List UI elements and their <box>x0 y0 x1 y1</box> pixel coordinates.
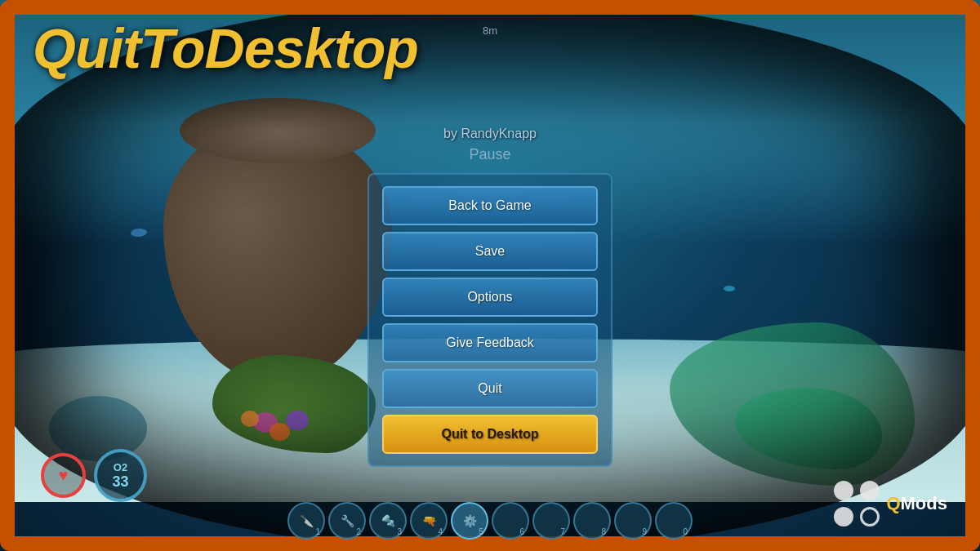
slot-number-7: 7 <box>560 527 565 536</box>
toolbar-slot-6[interactable]: 6 <box>492 502 529 540</box>
qmods-dot-2 <box>860 481 880 500</box>
health-area: ♥ O2 33 <box>41 449 147 502</box>
qmods-dot-1 <box>834 481 853 500</box>
toolbar-slot-0[interactable]: 0 <box>655 502 693 540</box>
fish-2 <box>724 286 735 291</box>
slot-number-5: 5 <box>479 527 483 536</box>
slot-number-8: 8 <box>601 527 606 536</box>
toolbar: 🔪1🔧2🔩3🔫4⚙️567890 <box>287 502 693 540</box>
toolbar-slot-8[interactable]: 8 <box>573 502 611 540</box>
slot-icon-4: 🔫 <box>422 514 436 527</box>
slot-number-3: 3 <box>397 527 402 536</box>
anemone-3 <box>286 411 309 430</box>
qmods-text: QMods <box>886 493 947 514</box>
pause-menu: by RandyKnapp Pause Back to GameSaveOpti… <box>368 127 612 467</box>
slot-icon-3: 🔩 <box>381 514 395 527</box>
o2-label: O2 <box>114 461 127 473</box>
pause-label: Pause <box>469 146 510 163</box>
author-label: by RandyKnapp <box>443 127 537 141</box>
game-title: QuitToDesktop <box>33 16 418 80</box>
slot-number-4: 4 <box>438 527 443 536</box>
slot-number-9: 9 <box>642 527 647 536</box>
quit-button[interactable]: Quit <box>382 369 598 408</box>
slot-number-6: 6 <box>519 527 524 536</box>
save-button[interactable]: Save <box>382 232 598 271</box>
o2-value: 33 <box>112 473 128 491</box>
toolbar-slot-1[interactable]: 🔪1 <box>287 502 325 540</box>
toolbar-slot-3[interactable]: 🔩3 <box>369 502 407 540</box>
toolbar-slot-9[interactable]: 9 <box>614 502 652 540</box>
slot-icon-5: ⚙️ <box>463 514 477 527</box>
qmods-mods-text: Mods <box>901 493 947 513</box>
slot-icon-2: 🔧 <box>341 514 354 527</box>
toolbar-slot-4[interactable]: 🔫4 <box>410 502 448 540</box>
options-button[interactable]: Options <box>382 278 598 317</box>
qmods-brand: QMods <box>834 481 947 527</box>
slot-number-2: 2 <box>356 527 361 536</box>
toolbar-slot-5[interactable]: ⚙️5 <box>451 502 488 540</box>
rock-top <box>180 98 376 163</box>
slot-number-0: 0 <box>683 527 688 536</box>
give-feedback-button[interactable]: Give Feedback <box>382 323 598 362</box>
back-to-game-button[interactable]: Back to Game <box>382 186 598 225</box>
qmods-dot-3 <box>834 507 853 527</box>
qmods-dot-4 <box>860 507 880 527</box>
anemone-4 <box>241 411 259 427</box>
toolbar-slot-2[interactable]: 🔧2 <box>328 502 366 540</box>
health-heart-icon: ♥ <box>59 466 69 485</box>
slot-number-1: 1 <box>315 527 320 536</box>
health-ring: ♥ <box>41 453 86 498</box>
menu-panel: Back to GameSaveOptionsGive FeedbackQuit… <box>368 173 612 467</box>
quit-to-desktop-button[interactable]: Quit to Desktop <box>382 415 598 454</box>
qmods-dots <box>834 481 880 527</box>
distance-marker: 8m <box>483 24 497 37</box>
qmods-q-letter: Q <box>886 493 900 513</box>
slot-icon-1: 🔪 <box>300 514 314 527</box>
o2-indicator: O2 33 <box>94 449 147 502</box>
toolbar-slot-7[interactable]: 7 <box>532 502 570 540</box>
hud: 🔪1🔧2🔩3🔫4⚙️567890 <box>0 494 980 551</box>
